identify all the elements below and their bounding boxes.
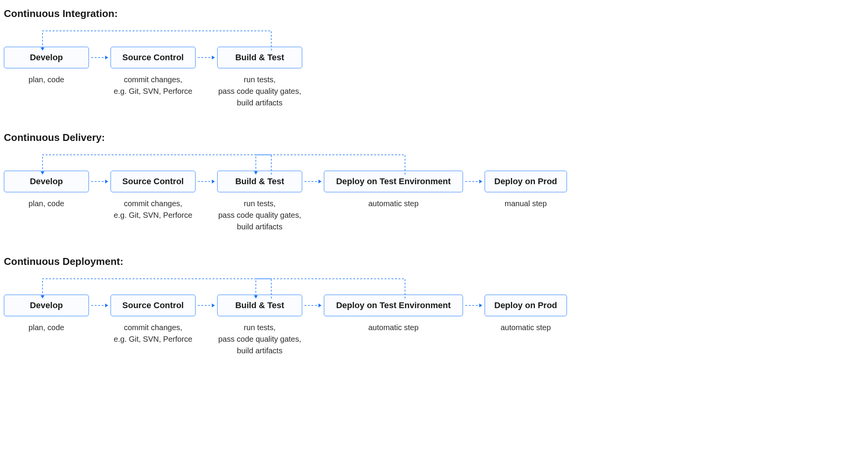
arrow-forward-icon bbox=[196, 47, 217, 68]
stage-box: Build & Test bbox=[217, 295, 302, 316]
stage-box: Source Control bbox=[111, 295, 196, 316]
stage-caption: manual step bbox=[505, 198, 547, 209]
stage-caption: run tests,pass code quality gates,build … bbox=[218, 322, 301, 356]
stage: Build & Testrun tests,pass code quality … bbox=[217, 171, 302, 232]
stage-caption: commit changes,e.g. Git, SVN, Perforce bbox=[114, 74, 192, 97]
arrow-forward-icon bbox=[89, 295, 111, 316]
stage: Build & Testrun tests,pass code quality … bbox=[217, 295, 302, 356]
stage-caption: plan, code bbox=[29, 198, 64, 209]
arrow-forward-icon bbox=[196, 295, 217, 316]
flow-row: Developplan, code Source Controlcommit c… bbox=[4, 171, 864, 232]
section: Continuous Deployment:Developplan, code … bbox=[4, 256, 864, 356]
stage: Deploy on Prodautomatic step bbox=[485, 295, 567, 333]
stage-box: Deploy on Test Environment bbox=[324, 295, 463, 316]
section-title: Continuous Delivery: bbox=[4, 132, 864, 144]
arrow-forward-icon bbox=[302, 295, 324, 316]
stage: Source Controlcommit changes,e.g. Git, S… bbox=[111, 295, 196, 345]
section: Continuous Delivery:Developplan, code So… bbox=[4, 132, 864, 232]
stage-box: Deploy on Prod bbox=[485, 295, 567, 316]
stage-box: Source Control bbox=[111, 171, 196, 192]
stage-caption: run tests,pass code quality gates,build … bbox=[218, 198, 301, 232]
stage-caption: commit changes,e.g. Git, SVN, Perforce bbox=[114, 322, 192, 345]
stage-caption: plan, code bbox=[29, 74, 64, 85]
stage: Deploy on Prodmanual step bbox=[485, 171, 567, 209]
arrow-forward-icon bbox=[196, 171, 217, 192]
stage-box: Source Control bbox=[111, 47, 196, 68]
stage-box: Build & Test bbox=[217, 171, 302, 192]
stage-box: Develop bbox=[4, 47, 89, 68]
stage: Deploy on Test Environmentautomatic step bbox=[324, 295, 463, 333]
stage: Build & Testrun tests,pass code quality … bbox=[217, 47, 302, 109]
stage-caption: automatic step bbox=[368, 322, 419, 333]
stage-box: Build & Test bbox=[217, 47, 302, 68]
stage-caption: automatic step bbox=[368, 198, 419, 209]
stage-caption: run tests,pass code quality gates,build … bbox=[218, 74, 301, 109]
stage-box: Develop bbox=[4, 171, 89, 192]
section: Continuous Integration:Developplan, code… bbox=[4, 8, 864, 109]
diagram-root: Continuous Integration:Developplan, code… bbox=[4, 8, 864, 356]
arrow-forward-icon bbox=[89, 47, 111, 68]
arrow-forward-icon bbox=[89, 171, 111, 192]
section-title: Continuous Deployment: bbox=[4, 256, 864, 268]
stage: Source Controlcommit changes,e.g. Git, S… bbox=[111, 171, 196, 221]
flow-row: Developplan, code Source Controlcommit c… bbox=[4, 47, 864, 109]
stage: Source Controlcommit changes,e.g. Git, S… bbox=[111, 47, 196, 97]
arrow-forward-icon bbox=[463, 295, 485, 316]
stage-caption: commit changes,e.g. Git, SVN, Perforce bbox=[114, 198, 192, 221]
flow-row: Developplan, code Source Controlcommit c… bbox=[4, 295, 864, 356]
arrow-forward-icon bbox=[463, 171, 485, 192]
stage: Deploy on Test Environmentautomatic step bbox=[324, 171, 463, 209]
section-title: Continuous Integration: bbox=[4, 8, 864, 20]
stage: Developplan, code bbox=[4, 295, 89, 333]
stage: Developplan, code bbox=[4, 47, 89, 85]
arrow-forward-icon bbox=[302, 171, 324, 192]
stage-box: Deploy on Test Environment bbox=[324, 171, 463, 192]
stage-caption: automatic step bbox=[500, 322, 551, 333]
stage-box: Deploy on Prod bbox=[485, 171, 567, 192]
stage-caption: plan, code bbox=[29, 322, 64, 333]
stage-box: Develop bbox=[4, 295, 89, 316]
stage: Developplan, code bbox=[4, 171, 89, 209]
